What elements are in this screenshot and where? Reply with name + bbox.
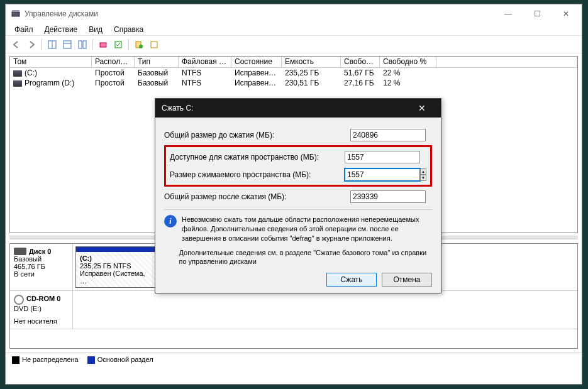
field-total-after — [350, 190, 426, 203]
info-text-2: Дополнительные сведения см. в разделе "С… — [179, 248, 432, 267]
dialog-title: Сжать C: — [162, 104, 409, 112]
menu-file[interactable]: Файл — [9, 24, 38, 35]
dialog-titlebar[interactable]: Сжать C: ✕ — [155, 99, 441, 118]
highlight-box: Доступное для сжатия пространство (МБ): … — [164, 145, 432, 187]
menubar: Файл Действие Вид Справка — [6, 23, 582, 36]
field-shrink-amount[interactable] — [345, 168, 420, 181]
col-fs[interactable]: Файловая с… — [179, 57, 231, 68]
menu-help[interactable]: Справка — [109, 24, 148, 35]
maximize-button[interactable]: ☐ — [523, 4, 552, 23]
volume-icon — [13, 80, 22, 87]
col-layout[interactable]: Располо… — [92, 57, 135, 68]
forward-button[interactable] — [25, 38, 38, 52]
label-shrink-amount: Размер сжимаемого пространства (МБ): — [170, 170, 345, 179]
disk-row-cd: CD-ROM 0 DVD (E:) Нет носителя — [10, 291, 577, 329]
disk-label[interactable]: Диск 0 Базовый 465,76 ГБ В сети — [10, 244, 73, 290]
swatch-unalloc — [12, 356, 19, 364]
col-free[interactable]: Свобод… — [341, 57, 380, 68]
settings-icon[interactable] — [96, 38, 110, 52]
field-avail — [345, 151, 420, 163]
table-header: Том Располо… Тип Файловая с… Состояние Е… — [10, 57, 577, 68]
svg-rect-1 — [12, 10, 19, 12]
svg-point-11 — [139, 45, 143, 48]
svg-rect-8 — [100, 43, 106, 47]
table-row[interactable]: (C:) Простой Базовый NTFS Исправен… 235,… — [10, 68, 577, 78]
dialog-close-button[interactable]: ✕ — [409, 103, 435, 113]
col-state[interactable]: Состояние — [231, 57, 282, 68]
view-detail-icon[interactable] — [60, 38, 74, 52]
minimize-button[interactable]: — — [494, 4, 523, 23]
add-icon[interactable] — [132, 38, 146, 52]
label-total-before: Общий размер до сжатия (МБ): — [164, 131, 350, 140]
svg-rect-6 — [79, 41, 82, 48]
vol-name: Programm (D:) — [25, 79, 74, 87]
cd-label[interactable]: CD-ROM 0 DVD (E:) Нет носителя — [10, 291, 73, 329]
svg-rect-12 — [151, 41, 157, 48]
spinner-down[interactable]: ▼ — [420, 175, 426, 181]
close-button[interactable]: ✕ — [552, 4, 580, 23]
svg-rect-0 — [12, 12, 19, 16]
shrink-amount-spinner[interactable]: ▲ ▼ — [345, 168, 426, 181]
svg-rect-7 — [83, 41, 86, 48]
label-avail: Доступное для сжатия пространство (МБ): — [170, 153, 345, 162]
col-type[interactable]: Тип — [135, 57, 179, 68]
field-total-before — [350, 129, 426, 141]
shrink-dialog: Сжать C: ✕ Общий размер до сжатия (МБ): … — [155, 98, 441, 293]
cancel-button[interactable]: Отмена — [382, 273, 432, 287]
menu-action[interactable]: Действие — [40, 24, 83, 35]
titlebar[interactable]: Управление дисками — ☐ ✕ — [6, 4, 582, 23]
spinner-up[interactable]: ▲ — [420, 168, 426, 175]
info-text-1: Невозможно сжать том дальше области расп… — [182, 215, 432, 243]
svg-rect-4 — [64, 41, 71, 48]
app-icon — [11, 9, 21, 19]
col-capacity[interactable]: Емкость — [282, 57, 341, 68]
legend: Не распределена Основной раздел — [6, 353, 582, 366]
info-icon: i — [164, 215, 177, 227]
properties-icon[interactable] — [111, 38, 125, 52]
refresh-icon[interactable] — [147, 38, 161, 52]
col-freepct[interactable]: Свободно % — [380, 57, 436, 68]
table-row[interactable]: Programm (D:) Простой Базовый NTFS Испра… — [10, 78, 577, 88]
window-title: Управление дисками — [25, 9, 494, 18]
cdrom-icon — [14, 295, 24, 305]
col-tom[interactable]: Том — [10, 57, 92, 68]
volume-icon — [13, 70, 22, 77]
back-button[interactable] — [9, 38, 23, 52]
swatch-primary — [87, 356, 95, 364]
toolbar — [6, 36, 582, 53]
partition-c[interactable]: (C:) 235,25 ГБ NTFS Исправен (Система, … — [75, 246, 157, 288]
view-graphical-icon[interactable] — [75, 38, 89, 52]
vol-name: (C:) — [25, 68, 37, 77]
label-total-after: Общий размер после сжатия (МБ): — [164, 192, 350, 201]
menu-view[interactable]: Вид — [84, 24, 108, 35]
shrink-button[interactable]: Сжать — [326, 273, 377, 287]
view-list-icon[interactable] — [45, 38, 59, 52]
disk-icon — [14, 248, 26, 255]
